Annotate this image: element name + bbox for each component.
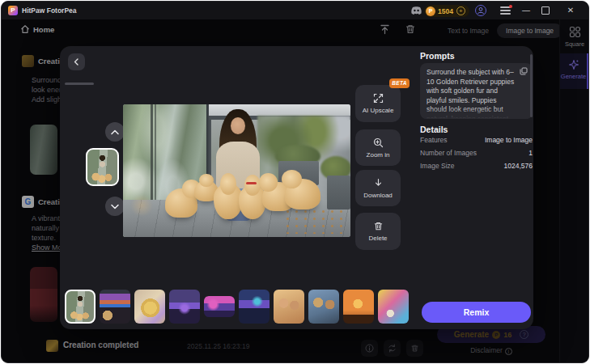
gallery-thumb-sunset-silhouette-couple[interactable] xyxy=(343,290,374,324)
creation-detail-modal: BETA AI Upscale Zoom in Download Delete … xyxy=(60,46,533,329)
gallery-strip xyxy=(60,290,416,327)
zoom-in-label: Zoom in xyxy=(367,151,390,159)
app-logo: P xyxy=(8,6,18,15)
prompts-heading: Prompts xyxy=(420,51,455,61)
discord-icon[interactable] xyxy=(410,6,422,15)
selected-version-thumbnail[interactable] xyxy=(86,148,119,186)
account-avatar[interactable] xyxy=(475,5,486,16)
prompt-box[interactable]: Surround the subject with 6–10 Golden Re… xyxy=(420,63,533,119)
detail-label: Image Size xyxy=(420,162,455,170)
download-button[interactable]: Download xyxy=(355,170,401,206)
gallery-thumb-couple-portrait[interactable] xyxy=(308,290,339,324)
gallery-thumb-smiling-couple[interactable] xyxy=(274,290,304,324)
prompt-fade xyxy=(420,108,533,119)
detail-row: Number of Images1 xyxy=(420,149,533,157)
coin-icon: P xyxy=(426,6,435,16)
next-image-button[interactable] xyxy=(105,197,125,216)
fallen-leaves xyxy=(283,208,348,234)
app-title: HitPaw FotorPea xyxy=(22,6,77,15)
woman-face xyxy=(231,117,245,134)
app-window: P HitPaw FotorPea P 1504 + — ✕ Home Text… xyxy=(0,0,590,364)
download-icon xyxy=(373,178,384,188)
titlebar: P HitPaw FotorPea P 1504 + — ✕ xyxy=(2,2,588,19)
puppy-red-collar xyxy=(246,182,257,184)
ai-upscale-button[interactable]: AI Upscale xyxy=(355,85,401,122)
application-frame: P HitPaw FotorPea P 1504 + — ✕ Home Text… xyxy=(1,1,589,363)
previous-image-button[interactable] xyxy=(105,122,125,142)
planter-box xyxy=(327,176,350,210)
gallery-thumb-woman-with-puppies[interactable] xyxy=(65,290,96,324)
upscale-icon xyxy=(373,93,384,104)
gallery-thumb-neon-alley[interactable] xyxy=(204,296,235,317)
zoom-in-button[interactable]: Zoom in xyxy=(355,129,401,166)
gallery-thumb-cyberpunk-city[interactable] xyxy=(169,290,200,324)
ai-upscale-label: AI Upscale xyxy=(363,107,394,114)
panel-scrollbar[interactable] xyxy=(530,54,533,117)
trash-icon xyxy=(373,221,384,231)
detail-value: 1024,576 xyxy=(504,162,533,170)
detail-value: Image to Image xyxy=(485,136,533,144)
notification-dot xyxy=(509,5,512,8)
coin-value: 1504 xyxy=(438,7,453,15)
maximize-button[interactable] xyxy=(541,6,550,15)
beta-badge: BETA xyxy=(389,78,410,88)
detail-row: FeaturesImage to Image xyxy=(420,136,533,144)
gallery-thumb-birthday-party[interactable] xyxy=(378,290,409,324)
add-coins-button[interactable]: + xyxy=(456,6,465,15)
detail-row: Image Size1024,576 xyxy=(420,162,533,170)
delete-button[interactable]: Delete xyxy=(355,213,401,250)
remix-button[interactable]: Remix xyxy=(422,302,531,323)
detail-label: Number of Images xyxy=(420,149,477,157)
detail-value: 1 xyxy=(528,149,533,157)
zoom-in-icon xyxy=(373,138,384,148)
puppy-reflection xyxy=(129,195,154,216)
copy-icon[interactable] xyxy=(520,67,528,75)
gallery-scrollbar[interactable] xyxy=(65,83,94,85)
main-image-woman-with-puppies xyxy=(123,104,350,237)
golden-retriever-puppy xyxy=(285,179,320,210)
download-label: Download xyxy=(363,192,393,199)
coin-balance[interactable]: P 1504 + xyxy=(424,5,469,17)
minimize-button[interactable]: — xyxy=(520,5,532,16)
gallery-thumb-banana-monkey-cartoon[interactable] xyxy=(134,290,165,324)
golden-retriever-puppy xyxy=(165,188,197,218)
gallery-thumb-cinema-selfie[interactable] xyxy=(100,290,130,324)
back-button[interactable] xyxy=(68,53,85,70)
detail-label: Features xyxy=(420,136,448,144)
details-heading: Details xyxy=(420,125,448,134)
gallery-thumb-neon-city-reflections[interactable] xyxy=(239,290,270,324)
delete-label: Delete xyxy=(368,235,387,242)
close-button[interactable]: ✕ xyxy=(565,5,576,16)
